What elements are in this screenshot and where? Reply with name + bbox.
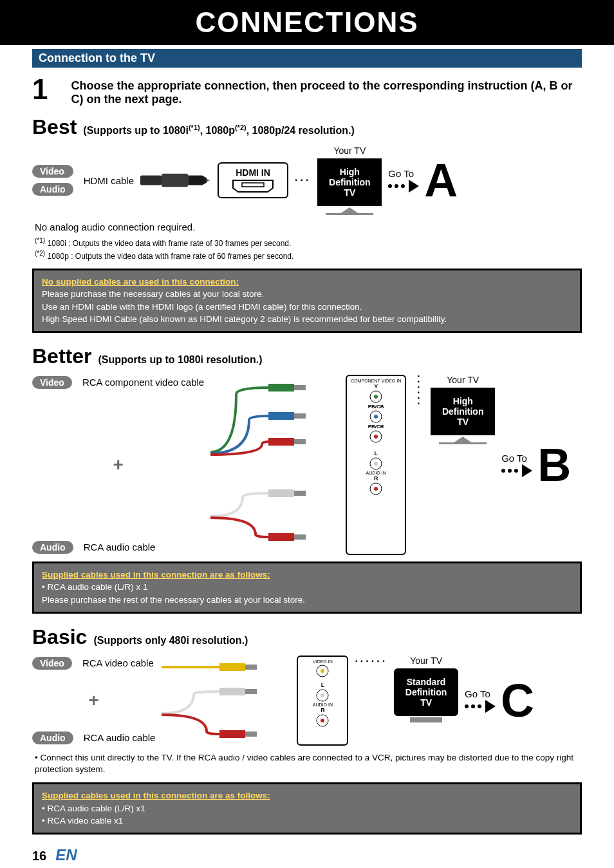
best-desc: (Supports up to 1080i(*1), 1080p(*2), 10…: [83, 124, 354, 137]
svg-point-37: [321, 719, 324, 722]
jack-icon: [316, 714, 329, 727]
basic-goto: Go To C: [465, 656, 534, 746]
svg-rect-4: [326, 213, 373, 215]
fn1-mark: (*1): [35, 237, 45, 244]
jack-icon: [369, 410, 382, 423]
best-pill-column: Video Audio: [32, 164, 73, 197]
video-pill: Video: [32, 165, 73, 178]
svg-point-22: [374, 462, 378, 466]
svg-rect-38: [410, 717, 442, 722]
goto-letter-b: B: [537, 442, 571, 488]
step-instruction: Choose the appropriate connection, then …: [71, 75, 582, 106]
hd-tv-icon: High Definition TV: [431, 388, 495, 435]
composite-cables-icon: [162, 656, 290, 746]
tv-line1: High: [324, 167, 375, 177]
hdmi-in-label: HDMI IN: [225, 167, 281, 178]
best-desc-pre: (Supports up to 1080i: [83, 125, 189, 136]
page-header-bar: CONNECTIONS: [0, 0, 614, 45]
best-desc-post: , 1080p/24 resolution.): [247, 125, 355, 136]
svg-rect-25: [439, 442, 487, 444]
svg-rect-10: [294, 439, 306, 444]
basic-diagram: Video RCA video cable + Audio RCA audio …: [32, 656, 582, 746]
best-heading: Best (Supports up to 1080i(*1), 1080p(*2…: [32, 115, 582, 139]
svg-point-35: [321, 693, 324, 697]
tv-stand-icon: [321, 207, 378, 215]
basic-desc: (Supports only 480i resolution.): [93, 635, 248, 646]
page-title: CONNECTIONS: [195, 6, 418, 39]
basic-info-l2: • RCA video cable x1: [42, 815, 572, 827]
best-info-box: No supplied cables are used in this conn…: [32, 269, 582, 333]
hd-tv-icon: High Definition TV: [317, 158, 382, 206]
jack-icon: [316, 665, 329, 677]
basic-label: Basic: [32, 625, 87, 649]
goto-label: Go To: [501, 453, 531, 464]
best-tv-column: Your TV High Definition TV: [317, 146, 382, 215]
better-tv-column: Your TV High Definition TV: [431, 375, 495, 555]
port-l-label: L: [351, 450, 401, 457]
footnote-1: (*1) 1080i : Outputs the video data with…: [35, 236, 582, 249]
better-info-head: Supplied cables used in this connection …: [42, 569, 572, 581]
svg-point-18: [374, 415, 378, 419]
tv-line1: High: [438, 396, 488, 406]
basic-info-l1: • RCA audio cable (L/R) x1: [42, 802, 572, 815]
svg-rect-13: [268, 533, 294, 541]
lead-dots-icon: [465, 700, 496, 713]
component-video-in-label: COMPONENT VIDEO IN: [351, 379, 401, 383]
dotted-connector: ······: [355, 656, 387, 746]
better-info-box: Supplied cables used in this connection …: [32, 561, 582, 614]
hdmi-cable-label: HDMI cable: [84, 175, 134, 186]
jack-icon: [369, 430, 382, 443]
tv-stand-icon: [397, 717, 455, 724]
plus-icon: +: [32, 686, 155, 715]
tv-line3: TV: [401, 697, 451, 708]
jack-icon: [316, 689, 329, 702]
plus-icon: +: [32, 451, 204, 479]
svg-rect-9: [268, 438, 294, 446]
best-info-l3: High Speed HDMI Cable (also known as HDM…: [42, 313, 572, 326]
section-subhead: Connection to the TV: [32, 49, 582, 68]
tv-line3: TV: [438, 417, 488, 427]
page-number: 16: [32, 849, 46, 863]
page-footer: 16 EN: [0, 846, 614, 864]
svg-rect-8: [294, 413, 306, 419]
best-label: Best: [32, 115, 77, 139]
basic-info-box: Supplied cables used in this connection …: [32, 782, 582, 835]
basic-note: • Connect this unit directly to the TV. …: [35, 752, 579, 777]
rca-video-cable-label: RCA video cable: [82, 657, 154, 668]
svg-rect-28: [219, 688, 245, 695]
footnote-2: (*2) 1080p : Outputs the video data with…: [35, 249, 582, 262]
svg-point-24: [374, 487, 378, 491]
your-tv-label: Your TV: [317, 146, 382, 156]
video-in-label: VIDEO IN: [302, 659, 343, 664]
step-row: 1 Choose the appropriate connection, the…: [32, 75, 582, 106]
composite-port-block: VIDEO IN L AUDIO IN R: [297, 656, 348, 746]
goto-letter-a: A: [424, 157, 458, 203]
best-sup1: (*1): [189, 124, 200, 131]
jack-icon: [369, 457, 382, 470]
svg-rect-29: [245, 689, 257, 694]
rca-audio-cable-label: RCA audio cable: [84, 542, 156, 552]
best-note: No analog audio connection required.: [35, 222, 582, 232]
port-l-label: L: [302, 682, 343, 688]
best-diagram: Video Audio HDMI cable HDMI IN ··· Your …: [32, 146, 582, 215]
port-r-label: R: [302, 707, 343, 713]
lead-dots-icon: [388, 180, 419, 193]
jack-icon: [369, 390, 382, 403]
lead-dots-icon: [501, 464, 532, 477]
tv-line1: Standard: [401, 677, 451, 687]
tv-line3: TV: [324, 187, 375, 198]
tv-line2: Definition: [324, 177, 375, 187]
svg-rect-1: [162, 174, 188, 187]
audio-in-label: AUDIO IN: [351, 471, 401, 475]
basic-info-head: Supplied cables used in this connection …: [42, 789, 572, 802]
svg-point-33: [321, 669, 324, 673]
svg-rect-5: [268, 384, 294, 392]
tv-line2: Definition: [438, 406, 488, 417]
fn2-text: 1080p : Outputs the video data with fram…: [47, 252, 293, 261]
component-cable-label: RCA component video cable: [82, 377, 204, 388]
hdmi-port-icon: [230, 179, 275, 193]
svg-marker-2: [207, 179, 210, 182]
component-port-block: COMPONENT VIDEO IN Y PB/CB PR/CR L AUDIO…: [346, 375, 406, 555]
tv-line2: Definition: [401, 687, 451, 697]
port-pr-label: PR/CR: [351, 424, 401, 429]
